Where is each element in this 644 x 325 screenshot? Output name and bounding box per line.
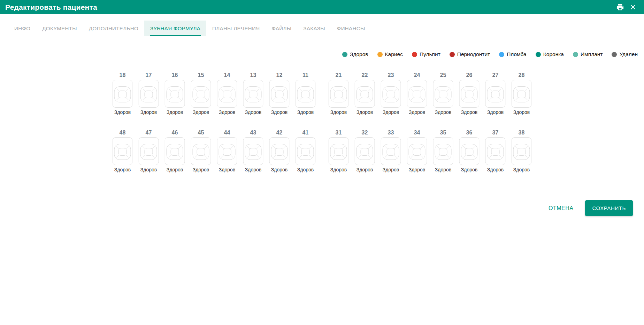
tooth-23[interactable]: 23 Здоров [381,72,401,115]
tooth-occlusal-icon [113,80,133,108]
tooth-number: 33 [388,129,394,136]
tab-label: ЗАКАЗЫ [303,25,325,31]
close-icon[interactable] [630,4,636,10]
legend-label: Удален [619,51,638,57]
tooth-14[interactable]: 14 Здоров [217,72,237,115]
window-title: Редактировать пациента [5,3,616,11]
tooth-26[interactable]: 26 Здоров [459,72,480,115]
tooth-12[interactable]: 12 Здоров [269,72,290,115]
tooth-occlusal-icon [329,80,349,108]
quadrant-upper-left: 18 Здоров 17 [113,72,316,115]
tooth-occlusal-icon [296,137,316,165]
cancel-button[interactable]: ОТМЕНА [547,205,575,211]
tab-dental-formula[interactable]: ЗУБНАЯ ФОРМУЛА [144,21,206,36]
tab-orders[interactable]: ЗАКАЗЫ [297,21,331,36]
tooth-status-label: Здоров [435,109,451,115]
tooth-occlusal-icon [381,137,401,165]
tooth-occlusal-icon [113,137,133,165]
tooth-number: 42 [276,129,283,136]
tooth-status-label: Здоров [271,109,288,115]
tooth-31[interactable]: 31 Здоров [329,129,349,173]
tooth-occlusal-icon [139,137,159,165]
tooth-status-label: Здоров [383,167,399,173]
tooth-34[interactable]: 34 Здоров [407,129,427,173]
tooth-44[interactable]: 44 Здоров [217,129,237,173]
tooth-number: 12 [276,72,283,78]
tab-files[interactable]: ФАЙЛЫ [266,21,297,36]
tooth-45[interactable]: 45 Здоров [191,129,211,173]
tooth-27[interactable]: 27 Здоров [485,72,506,115]
tab-documents[interactable]: ДОКУМЕНТЫ [36,21,83,36]
tooth-status-label: Здоров [297,109,314,115]
tooth-46[interactable]: 46 Здоров [165,129,185,173]
tooth-number: 14 [224,72,230,78]
tab-finances[interactable]: ФИНАНСЫ [331,21,371,36]
tooth-occlusal-icon [433,80,453,108]
legend-item: Кариес [377,51,403,57]
tooth-21[interactable]: 21 Здоров [329,72,349,115]
tooth-15[interactable]: 15 Здоров [191,72,211,115]
tooth-16[interactable]: 16 Здоров [165,72,185,115]
legend-item: Здоров [342,51,368,57]
tab-treatment-plans[interactable]: ПЛАНЫ ЛЕЧЕНИЯ [206,21,266,36]
tooth-status-label: Здоров [461,109,477,115]
tooth-32[interactable]: 32 Здоров [355,129,375,173]
tooth-18[interactable]: 18 Здоров [113,72,133,115]
legend-item: Имплант [573,51,603,57]
tooth-17[interactable]: 17 Здоров [139,72,159,115]
tab-label: ФАЙЛЫ [271,25,291,31]
tab-additional[interactable]: ДОПОЛНИТЕЛЬНО [83,21,144,36]
print-icon[interactable] [616,3,624,11]
legend-label: Имплант [581,51,603,57]
status-color-dot-icon [342,52,347,57]
tooth-status-label: Здоров [330,109,347,115]
tooth-28[interactable]: 28 Здоров [512,72,532,115]
tab-bar: ИНФО ДОКУМЕНТЫ ДОПОЛНИТЕЛЬНО ЗУБНАЯ ФОРМ… [8,21,371,36]
tooth-37[interactable]: 37 Здоров [485,129,506,173]
dental-chart: 18 Здоров 17 [113,72,532,173]
tooth-occlusal-icon [355,80,375,108]
status-color-dot-icon [377,52,383,57]
tab-label: ИНФО [14,25,30,31]
tooth-13[interactable]: 13 Здоров [243,72,263,115]
tooth-occlusal-icon [165,137,185,165]
tooth-number: 11 [302,72,308,78]
tooth-number: 31 [336,129,342,136]
tooth-number: 35 [440,129,446,136]
tooth-33[interactable]: 33 Здоров [381,129,401,173]
tooth-occlusal-icon [381,80,401,108]
tooth-24[interactable]: 24 Здоров [407,72,427,115]
tooth-25[interactable]: 25 Здоров [433,72,453,115]
tooth-number: 45 [198,129,204,136]
tooth-status-label: Здоров [271,167,288,173]
tooth-43[interactable]: 43 Здоров [243,129,263,173]
tooth-35[interactable]: 35 Здоров [433,129,453,173]
tooth-22[interactable]: 22 Здоров [355,72,375,115]
save-button[interactable]: СОХРАНИТЬ [585,200,633,216]
tooth-41[interactable]: 41 Здоров [296,129,316,173]
tooth-status-label: Здоров [356,109,373,115]
tooth-status-label: Здоров [193,109,209,115]
tooth-occlusal-icon [191,137,211,165]
tooth-number: 13 [250,72,256,78]
legend-item: Периодонтит [450,51,490,57]
tooth-47[interactable]: 47 Здоров [139,129,159,173]
titlebar-actions [616,3,636,11]
tooth-number: 34 [414,129,420,136]
tooth-38[interactable]: 38 Здоров [512,129,532,173]
tooth-number: 21 [336,72,342,78]
tooth-number: 18 [120,72,126,78]
tooth-11[interactable]: 11 Здоров [296,72,316,115]
tooth-status-label: Здоров [409,109,425,115]
tooth-number: 32 [362,129,368,136]
tooth-number: 24 [414,72,420,78]
tooth-48[interactable]: 48 Здоров [113,129,133,173]
quadrant-lower-left: 48 Здоров 47 [113,129,316,173]
status-color-dot-icon [536,52,541,57]
tooth-42[interactable]: 42 Здоров [269,129,290,173]
tooth-status-label: Здоров [140,109,157,115]
tab-info[interactable]: ИНФО [8,21,36,36]
quadrant-lower-right: 31 Здоров 32 [329,129,532,173]
tooth-36[interactable]: 36 Здоров [459,129,480,173]
legend-item: Коронка [536,51,564,57]
